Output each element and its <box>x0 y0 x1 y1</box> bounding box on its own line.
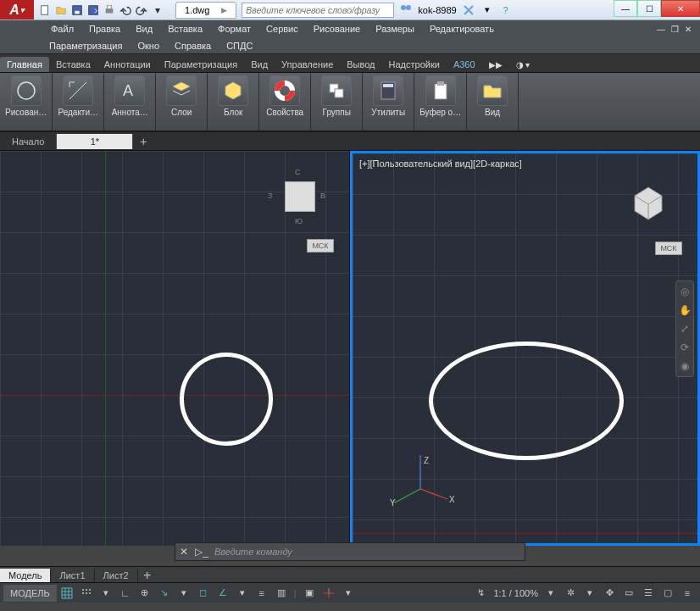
cmd-input[interactable]: Введите команду <box>211 547 525 557</box>
wcs-badge-right[interactable]: МСК <box>655 242 682 255</box>
menu-view[interactable]: Вид <box>129 22 159 36</box>
status-lwt-icon[interactable]: ≡ <box>253 585 271 602</box>
nav-wheel-icon[interactable]: ◉ <box>678 359 692 373</box>
status-gizmo-icon[interactable] <box>319 585 338 602</box>
groups-button[interactable]: Группы <box>316 75 357 117</box>
circle-object[interactable] <box>180 353 273 446</box>
status-dd4-icon[interactable]: ▾ <box>339 585 358 602</box>
status-dd5-icon[interactable]: ▾ <box>542 585 560 602</box>
status-menu-icon[interactable]: ≡ <box>678 585 697 602</box>
doc-add-button[interactable]: + <box>133 135 153 148</box>
doc-tab-file[interactable]: 1* <box>57 134 133 149</box>
layout-sheet1[interactable]: Лист1 <box>51 569 94 582</box>
cmd-prompt-icon[interactable]: ▷_ <box>192 546 211 558</box>
undo-icon[interactable] <box>118 3 133 18</box>
menu-spds[interactable]: СПДС <box>219 39 259 53</box>
clip-button[interactable]: Буфер о… <box>419 75 461 117</box>
menu-draw[interactable]: Рисование <box>307 22 367 36</box>
ellipse-object[interactable] <box>429 342 624 460</box>
redo-icon[interactable] <box>134 3 149 18</box>
app-logo[interactable]: A▾ <box>0 0 34 19</box>
rtab-express[interactable]: ▶▶ <box>482 58 509 72</box>
menu-format[interactable]: Формат <box>211 22 258 36</box>
status-dd1-icon[interactable]: ▾ <box>97 585 115 602</box>
status-ann-icon[interactable]: ✥ <box>600 585 619 602</box>
layout-sheet2[interactable]: Лист2 <box>95 569 138 582</box>
menu-modify[interactable]: Редактировать <box>423 22 501 36</box>
mdi-restore-icon[interactable]: ❐ <box>668 23 681 35</box>
draw-button[interactable]: Рисован… <box>5 75 47 117</box>
layers-button[interactable]: Слои <box>161 75 202 117</box>
menu-tools[interactable]: Сервис <box>259 22 305 36</box>
status-qp-icon[interactable]: ↯ <box>471 585 490 602</box>
close-button[interactable]: ✕ <box>661 0 700 17</box>
edit-button[interactable]: Редакти… <box>58 75 98 117</box>
status-dd6-icon[interactable]: ▾ <box>581 585 599 602</box>
utils-button[interactable]: Утилиты <box>368 75 408 117</box>
minimize-button[interactable]: — <box>614 0 637 17</box>
saveas-icon[interactable] <box>86 3 101 18</box>
nav-orbit-icon[interactable]: ⟳ <box>678 341 692 354</box>
status-iso-icon[interactable]: ↘ <box>155 585 174 602</box>
stayconn-icon[interactable]: ▾ <box>481 3 494 17</box>
cmd-close-icon[interactable]: ✕ <box>175 546 192 558</box>
qat-dd-icon[interactable]: ▾ <box>150 3 165 18</box>
view-button[interactable]: Вид <box>472 75 513 117</box>
doc-tab-start[interactable]: Начало <box>0 134 57 149</box>
maximize-button[interactable]: ☐ <box>637 0 661 17</box>
rtab-home[interactable]: Главная <box>0 57 49 72</box>
menu-window[interactable]: Окно <box>131 39 166 53</box>
rtab-addins[interactable]: Надстройки <box>382 57 447 72</box>
rtab-param[interactable]: Параметризация <box>158 57 244 72</box>
viewcube-left[interactable]: СЮ ЗВ <box>266 166 334 234</box>
search-input[interactable] <box>242 3 394 18</box>
status-otrack-icon[interactable]: ∠ <box>214 585 232 602</box>
status-polar-icon[interactable]: ⊕ <box>136 585 154 602</box>
status-cui-icon[interactable]: ☰ <box>639 585 658 602</box>
viewcube-right[interactable] <box>614 169 682 236</box>
block-button[interactable]: Блок <box>213 75 253 117</box>
menu-help[interactable]: Справка <box>168 39 218 53</box>
status-ortho-icon[interactable]: ∟ <box>116 585 135 602</box>
menu-file[interactable]: Файл <box>44 22 81 36</box>
layout-model[interactable]: Модель <box>0 569 51 582</box>
nav-pan-icon[interactable]: ✋ <box>678 303 692 317</box>
nav-zoom-icon[interactable]: ⤢ <box>678 322 692 336</box>
status-model[interactable]: МОДЕЛЬ <box>3 585 57 602</box>
signin-icon[interactable] <box>399 3 413 17</box>
rtab-view[interactable]: Вид <box>244 57 275 72</box>
viewport-label[interactable]: [+][Пользовательский вид][2D-каркас] <box>359 158 522 169</box>
status-tran-icon[interactable]: ▥ <box>272 585 291 602</box>
username[interactable]: kok-8989 <box>418 5 456 15</box>
new-icon[interactable] <box>37 3 53 18</box>
rtab-insert[interactable]: Вставка <box>49 57 97 72</box>
mdi-close-icon[interactable]: ✕ <box>681 23 695 35</box>
rtab-annot[interactable]: Аннотации <box>97 57 158 72</box>
mdi-min-icon[interactable]: — <box>654 23 668 35</box>
print-icon[interactable] <box>102 3 117 18</box>
viewport-left[interactable]: СЮ ЗВ МСК <box>0 151 350 546</box>
menu-dim[interactable]: Размеры <box>369 22 421 36</box>
rtab-output[interactable]: Вывод <box>340 57 381 72</box>
status-scale[interactable]: 1:1 / 100% <box>491 585 541 602</box>
rtab-minimize-icon[interactable]: ◑ ▾ <box>509 58 537 72</box>
annot-button[interactable]: AАннота… <box>109 75 150 117</box>
rtab-manage[interactable]: Управление <box>275 57 340 72</box>
open-icon[interactable] <box>53 3 69 18</box>
menu-param[interactable]: Параметризация <box>42 39 129 53</box>
status-clean-icon[interactable]: ▢ <box>658 585 677 602</box>
rtab-a360[interactable]: A360 <box>447 57 482 72</box>
viewport-right[interactable]: [+][Пользовательский вид][2D-каркас] МСК… <box>350 151 700 546</box>
menu-edit[interactable]: Правка <box>82 22 127 36</box>
status-dd3-icon[interactable]: ▾ <box>233 585 252 602</box>
props-button[interactable]: Свойства <box>264 75 305 117</box>
help-icon[interactable]: ? <box>499 3 513 17</box>
status-max-icon[interactable]: ▭ <box>619 585 638 602</box>
nav-full-icon[interactable]: ◎ <box>678 285 692 298</box>
layout-add-button[interactable]: + <box>138 568 157 583</box>
status-dd2-icon[interactable]: ▾ <box>175 585 193 602</box>
status-osnap-icon[interactable]: ◻ <box>194 585 213 602</box>
status-snap-icon[interactable] <box>77 585 96 602</box>
status-sel-icon[interactable]: ▣ <box>300 585 319 602</box>
save-icon[interactable] <box>69 3 85 18</box>
